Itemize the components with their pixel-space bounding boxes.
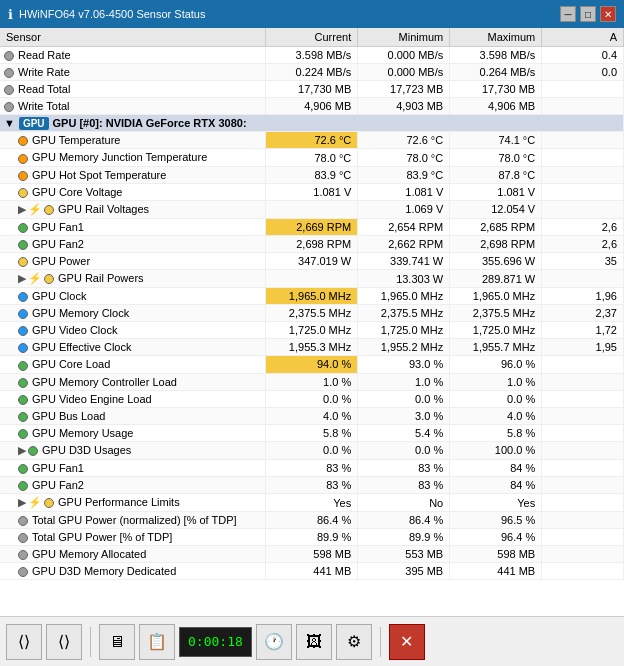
clock-icon-button[interactable]: 🕐: [256, 624, 292, 660]
extra-value: 1,96: [542, 288, 624, 305]
sensor-label: Total GPU Power [% of TDP]: [32, 531, 172, 543]
max-value: 12.054 V: [450, 200, 542, 218]
extra-value: 0.4: [542, 47, 624, 64]
layout-button[interactable]: 🖥: [99, 624, 135, 660]
minimize-button[interactable]: ─: [560, 6, 576, 22]
max-value: 2,698 RPM: [450, 235, 542, 252]
min-value: 2,662 RPM: [358, 235, 450, 252]
min-value: 395 MB: [358, 563, 450, 580]
nav-forward-button[interactable]: ⟨⟩: [46, 624, 82, 660]
table-row: GPU Core Load94.0 %93.0 %96.0 %: [0, 356, 624, 373]
current-value: 72.6 °C: [266, 132, 358, 149]
expand-arrow[interactable]: ▶: [18, 444, 26, 456]
sensor-name-cell: GPU Hot Spot Temperature: [0, 166, 266, 183]
lightning-icon: ⚡: [28, 272, 42, 284]
sensor-name-cell: GPU Video Engine Load: [0, 390, 266, 407]
sensor-name-cell: Write Total: [0, 98, 266, 115]
stop-button[interactable]: ✕: [389, 624, 425, 660]
max-value: 78.0 °C: [450, 149, 542, 166]
report-button[interactable]: 📋: [139, 624, 175, 660]
table-row: GPU Fan283 %83 %84 %: [0, 476, 624, 493]
sensor-label: GPU Bus Load: [32, 410, 105, 422]
sensor-label: Total GPU Power (normalized) [% of TDP]: [32, 514, 237, 526]
settings-button[interactable]: ⚙: [336, 624, 372, 660]
extra-value: [542, 390, 624, 407]
current-value: [266, 200, 358, 218]
sensor-name-cell: GPU Temperature: [0, 132, 266, 149]
min-value: 1.069 V: [358, 200, 450, 218]
min-value: 1,965.0 MHz: [358, 288, 450, 305]
extra-value: 0.0: [542, 64, 624, 81]
max-value: Yes: [450, 494, 542, 512]
current-value: 94.0 %: [266, 356, 358, 373]
max-value: 87.8 °C: [450, 166, 542, 183]
sensor-label: Read Total: [18, 83, 70, 95]
current-value: 2,698 RPM: [266, 235, 358, 252]
max-value: 96.0 %: [450, 356, 542, 373]
sensor-name-cell: Total GPU Power (normalized) [% of TDP]: [0, 512, 266, 529]
sensor-name-cell: GPU Effective Clock: [0, 339, 266, 356]
maximize-button[interactable]: □: [580, 6, 596, 22]
table-row: GPU Fan12,669 RPM2,654 RPM2,685 RPM2,6: [0, 218, 624, 235]
expand-arrow[interactable]: ▶: [18, 272, 26, 284]
current-value: 2,375.5 MHz: [266, 305, 358, 322]
max-value: 74.1 °C: [450, 132, 542, 149]
max-value: 5.8 %: [450, 424, 542, 441]
max-value: 84 %: [450, 459, 542, 476]
table-row: ▼GPUGPU [#0]: NVIDIA GeForce RTX 3080:: [0, 115, 624, 132]
table-row: GPU Memory Junction Temperature78.0 °C78…: [0, 149, 624, 166]
min-value: 5.4 %: [358, 424, 450, 441]
sensor-name-cell: GPU Core Voltage: [0, 183, 266, 200]
current-value: 3.598 MB/s: [266, 47, 358, 64]
table-row: GPU Memory Allocated598 MB553 MB598 MB: [0, 546, 624, 563]
close-button[interactable]: ✕: [600, 6, 616, 22]
max-value: 17,730 MB: [450, 81, 542, 98]
expand-arrow[interactable]: ▼: [4, 117, 15, 129]
sensor-name-cell: GPU Bus Load: [0, 407, 266, 424]
current-value: 0.0 %: [266, 441, 358, 459]
sensor-label: GPU Hot Spot Temperature: [32, 169, 166, 181]
sensor-name-cell: GPU Memory Junction Temperature: [0, 149, 266, 166]
max-value: 289.871 W: [450, 270, 542, 288]
table-row: GPU Bus Load4.0 %3.0 %4.0 %: [0, 407, 624, 424]
min-value: 1,725.0 MHz: [358, 322, 450, 339]
current-value: 5.8 %: [266, 424, 358, 441]
screen-icon-button[interactable]: 🖼: [296, 624, 332, 660]
group-header-cell: ▼GPUGPU [#0]: NVIDIA GeForce RTX 3080:: [0, 115, 624, 132]
nav-back-button[interactable]: ⟨⟩: [6, 624, 42, 660]
sensor-label: GPU Memory Allocated: [32, 548, 146, 560]
extra-value: [542, 270, 624, 288]
expand-arrow[interactable]: ▶: [18, 203, 26, 215]
sensor-label: GPU Power: [32, 255, 90, 267]
min-value: 553 MB: [358, 546, 450, 563]
sensor-name-cell: GPU Video Clock: [0, 322, 266, 339]
sensor-label: GPU Fan1: [32, 462, 84, 474]
sensor-name-cell: Read Rate: [0, 47, 266, 64]
max-value: 355.696 W: [450, 252, 542, 269]
max-value: 2,375.5 MHz: [450, 305, 542, 322]
max-value: 4,906 MB: [450, 98, 542, 115]
sensor-label: GPU Core Voltage: [32, 186, 123, 198]
sensor-label: GPU Video Clock: [32, 324, 117, 336]
sensor-label: GPU Memory Usage: [32, 427, 133, 439]
max-value: 0.0 %: [450, 390, 542, 407]
lightning-icon: ⚡: [28, 203, 42, 215]
expand-arrow[interactable]: ▶: [18, 496, 26, 508]
min-value: 83 %: [358, 459, 450, 476]
table-row: GPU Video Engine Load0.0 %0.0 %0.0 %: [0, 390, 624, 407]
extra-value: [542, 529, 624, 546]
max-value: 96.5 %: [450, 512, 542, 529]
max-value: 598 MB: [450, 546, 542, 563]
extra-value: [542, 200, 624, 218]
extra-value: 2,37: [542, 305, 624, 322]
table-row: GPU Hot Spot Temperature83.9 °C83.9 °C87…: [0, 166, 624, 183]
current-value: 17,730 MB: [266, 81, 358, 98]
current-value: 0.224 MB/s: [266, 64, 358, 81]
table-row: ▶⚡GPU Rail Voltages1.069 V12.054 V: [0, 200, 624, 218]
table-row: ▶⚡GPU Performance LimitsYesNoYes: [0, 494, 624, 512]
current-value: 1,965.0 MHz: [266, 288, 358, 305]
current-value: 89.9 %: [266, 529, 358, 546]
sensor-name-cell: GPU Fan1: [0, 459, 266, 476]
table-row: GPU Effective Clock1,955.3 MHz1,955.2 MH…: [0, 339, 624, 356]
table-row: GPU Fan183 %83 %84 %: [0, 459, 624, 476]
